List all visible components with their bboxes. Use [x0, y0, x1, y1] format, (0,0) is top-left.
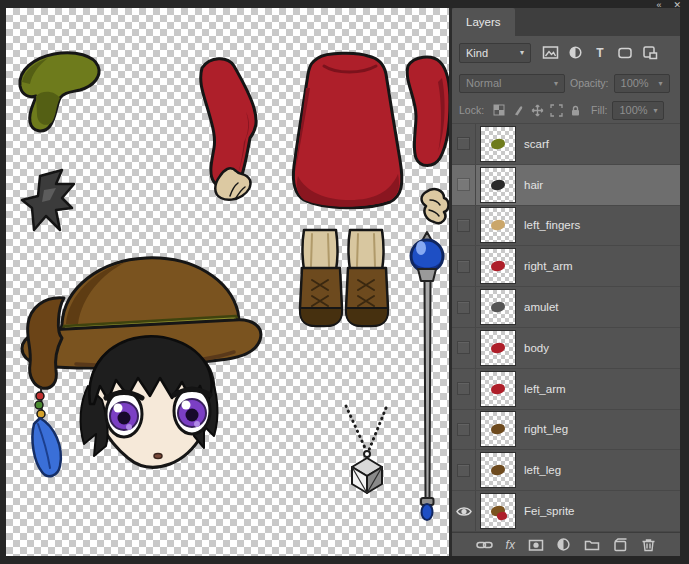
thumbnail-preview [490, 423, 506, 436]
layer-row-fei-sprite[interactable]: Fei_sprite [452, 491, 680, 532]
legs-sprite[interactable] [300, 230, 388, 326]
thumbnail-preview [490, 137, 506, 150]
layer-row-left-arm[interactable]: left_arm [452, 369, 680, 410]
layer-thumbnail[interactable] [480, 207, 516, 243]
visibility-toggle[interactable] [452, 328, 476, 368]
add-layer-mask-button[interactable] [528, 536, 544, 554]
visibility-toggle[interactable] [452, 124, 476, 164]
new-layer-button[interactable] [612, 536, 628, 554]
visibility-toggle[interactable] [452, 206, 476, 246]
layer-name: body [524, 342, 549, 354]
filter-type-layers-button[interactable]: T [589, 43, 611, 63]
document-canvas[interactable] [6, 8, 452, 556]
layers-panel: Layers Kind ▾ [452, 8, 680, 556]
thumbnail-preview [490, 341, 506, 354]
thumbnail-preview-secondary [496, 511, 508, 521]
layer-row-amulet[interactable]: amulet [452, 287, 680, 328]
filter-pixel-layers-button[interactable] [539, 43, 561, 63]
layer-thumbnail[interactable] [480, 452, 516, 488]
layer-name: right_arm [524, 260, 573, 272]
visibility-well [457, 301, 470, 314]
visibility-toggle[interactable] [452, 287, 476, 327]
visibility-well [457, 423, 470, 436]
visibility-well [457, 178, 470, 191]
left-arm-sprite[interactable] [201, 59, 256, 200]
left-fingers-sprite[interactable] [422, 189, 449, 223]
layers-panel-toolbar: fx [452, 532, 680, 556]
folder-icon [584, 538, 600, 552]
fill-value: 100% [619, 104, 647, 116]
kind-filter-select[interactable]: Kind ▾ [459, 43, 531, 63]
right-arm-sprite[interactable] [407, 57, 449, 165]
fx-icon: fx [506, 538, 515, 552]
lock-artboard-icon[interactable] [550, 104, 563, 117]
pixel-layers-icon [542, 45, 559, 60]
lock-all-icon[interactable] [569, 104, 582, 117]
visibility-toggle[interactable] [452, 165, 476, 205]
opacity-control[interactable]: 100% ▾ [614, 74, 670, 93]
collapse-panel-icon[interactable]: « [656, 0, 661, 10]
visibility-toggle[interactable] [452, 369, 476, 409]
fill-control[interactable]: 100% ▾ [612, 101, 664, 120]
adjustment-layers-icon [568, 45, 583, 60]
new-adjustment-layer-button[interactable] [556, 536, 571, 554]
layer-row-left-fingers[interactable]: left_fingers [452, 206, 680, 247]
layer-thumbnail[interactable] [480, 411, 516, 447]
link-layers-button[interactable] [476, 536, 493, 554]
scarf-sprite[interactable] [20, 53, 99, 131]
layer-name: left_leg [524, 464, 561, 476]
panel-tab-bar: Layers [452, 8, 680, 36]
visibility-toggle[interactable] [452, 491, 476, 531]
delete-layer-button[interactable] [641, 536, 656, 554]
trash-icon [641, 538, 656, 552]
layer-name: left_arm [524, 383, 566, 395]
visibility-well [457, 382, 470, 395]
layer-row-hair[interactable]: hair [452, 165, 680, 206]
staff-sprite[interactable] [411, 232, 443, 520]
layer-thumbnail[interactable] [480, 289, 516, 325]
layer-row-scarf[interactable]: scarf [452, 124, 680, 165]
head-sprite[interactable] [22, 258, 261, 476]
layer-row-right-leg[interactable]: right_leg [452, 410, 680, 451]
close-icon[interactable]: ✕ [673, 0, 681, 10]
layer-thumbnail[interactable] [480, 330, 516, 366]
thumbnail-preview [490, 178, 506, 191]
body-sprite[interactable] [293, 53, 402, 208]
opacity-label: Opacity: [570, 77, 609, 89]
visibility-toggle[interactable] [452, 246, 476, 286]
visibility-toggle[interactable] [452, 410, 476, 450]
lock-row: Lock: [452, 97, 680, 124]
visibility-well [457, 219, 470, 232]
filter-shape-layers-button[interactable] [614, 43, 636, 63]
layer-thumbnail[interactable] [480, 248, 516, 284]
layer-row-body[interactable]: body [452, 328, 680, 369]
tab-layers[interactable]: Layers [452, 8, 515, 36]
layer-thumbnail[interactable] [480, 126, 516, 162]
type-layers-icon: T [596, 46, 603, 60]
blend-mode-select[interactable]: Normal ▾ [459, 74, 565, 93]
filter-adjustment-layers-button[interactable] [564, 43, 586, 63]
smart-objects-icon [642, 45, 658, 60]
visibility-toggle[interactable] [452, 450, 476, 490]
hair-tuft-sprite[interactable] [22, 170, 74, 230]
amulet-sprite[interactable] [346, 406, 386, 493]
chevron-down-icon: ▾ [520, 48, 524, 57]
layer-name: hair [524, 179, 543, 191]
layer-style-button[interactable]: fx [506, 536, 515, 554]
new-group-button[interactable] [584, 536, 600, 554]
blend-mode-row: Normal ▾ Opacity: 100% ▾ [452, 69, 680, 97]
thumbnail-preview [490, 382, 506, 395]
lock-position-icon[interactable] [531, 104, 544, 117]
thumbnail-preview [490, 301, 506, 314]
layer-thumbnail[interactable] [480, 167, 516, 203]
layer-thumbnail[interactable] [480, 371, 516, 407]
lock-transparent-pixels-icon[interactable] [493, 104, 506, 117]
chevron-down-icon: ▾ [654, 106, 658, 115]
layer-row-right-arm[interactable]: right_arm [452, 246, 680, 287]
layer-thumbnail[interactable] [480, 493, 516, 529]
filter-smart-objects-button[interactable] [639, 43, 661, 63]
layer-row-left-leg[interactable]: left_leg [452, 450, 680, 491]
lock-image-pixels-icon[interactable] [512, 104, 525, 117]
right-eye [174, 388, 210, 434]
visibility-well [457, 464, 470, 477]
